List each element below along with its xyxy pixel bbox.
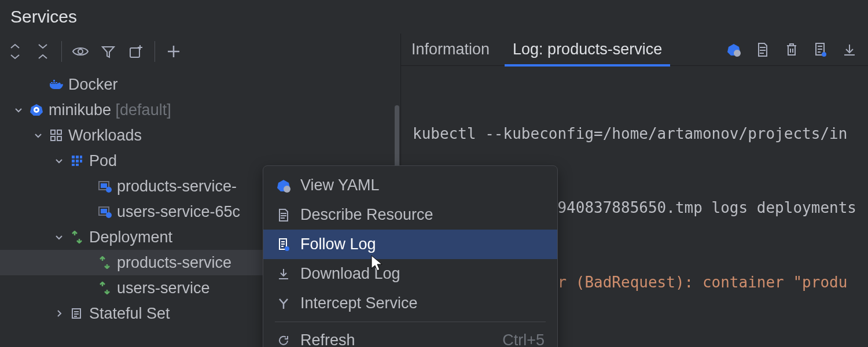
pod-instance-icon	[97, 179, 112, 194]
svg-point-25	[734, 50, 741, 57]
chevron-down-icon[interactable]	[13, 104, 24, 116]
tree-label: Deployment	[89, 228, 172, 246]
deployment-instance-icon	[97, 255, 112, 270]
svg-point-4	[35, 109, 38, 111]
menu-separator	[275, 322, 546, 322]
deployment-instance-icon	[97, 280, 112, 296]
menu-label: Download Log	[300, 265, 400, 283]
menu-label: Refresh	[300, 331, 355, 347]
svg-rect-15	[72, 164, 75, 166]
svg-point-29	[284, 186, 290, 193]
svg-rect-1	[130, 48, 139, 57]
kubernetes-icon	[29, 102, 44, 117]
svg-rect-18	[101, 183, 107, 188]
tree-label: Stateful Set	[89, 305, 170, 323]
svg-rect-10	[76, 156, 79, 158]
collapse-icon[interactable]	[34, 42, 52, 61]
menu-view-yaml[interactable]: View YAML	[263, 171, 557, 200]
svg-rect-7	[51, 136, 55, 141]
add-icon[interactable]	[164, 42, 183, 61]
tree-item-workloads[interactable]: Workloads	[0, 123, 400, 148]
tab-information[interactable]: Information	[411, 34, 490, 65]
toolbar-separator	[155, 41, 155, 62]
tree-label: users-service-65c	[117, 203, 240, 221]
tree-label: products-service	[117, 254, 231, 272]
eye-icon[interactable]	[71, 42, 90, 61]
chevron-down-icon[interactable]	[53, 231, 65, 243]
svg-rect-16	[76, 164, 79, 166]
svg-point-19	[106, 187, 112, 193]
document-icon[interactable]	[755, 42, 771, 58]
menu-follow-log[interactable]: Follow Log	[263, 230, 557, 259]
svg-point-27	[822, 52, 826, 57]
download-icon	[276, 267, 291, 282]
svg-point-31	[285, 246, 289, 251]
chevron-down-icon[interactable]	[53, 155, 65, 167]
right-header: Information Log: products-service	[401, 34, 868, 66]
pod-instance-icon	[97, 204, 112, 219]
download-icon[interactable]	[841, 42, 858, 58]
svg-rect-9	[72, 156, 75, 158]
menu-label: View YAML	[300, 176, 380, 194]
tree-label: products-service-	[117, 178, 237, 195]
menu-describe-resource[interactable]: Describe Resource	[263, 200, 557, 230]
tree-label: Workloads	[68, 127, 142, 145]
document-icon	[276, 208, 291, 223]
menu-refresh[interactable]: Refresh Ctrl+5	[263, 326, 557, 347]
chevron-down-icon[interactable]	[32, 130, 44, 141]
menu-label: Describe Resource	[300, 206, 433, 224]
new-window-icon[interactable]	[127, 42, 145, 61]
svg-rect-5	[51, 130, 55, 134]
svg-rect-11	[80, 156, 82, 158]
pod-icon	[69, 153, 84, 168]
tree-label: Pod	[89, 152, 117, 170]
intercept-icon	[276, 296, 291, 311]
tab-log[interactable]: Log: products-service	[513, 34, 662, 65]
filter-icon[interactable]	[99, 42, 117, 61]
menu-download-log[interactable]: Download Log	[263, 259, 557, 289]
svg-rect-21	[101, 209, 107, 213]
svg-rect-13	[76, 160, 79, 163]
log-icon	[276, 237, 291, 252]
menu-intercept-service[interactable]: Intercept Service	[263, 289, 557, 318]
trash-icon[interactable]	[784, 42, 800, 58]
stateful-set-icon	[69, 306, 84, 321]
context-menu: View YAML Describe Resource Follow Log D…	[263, 165, 558, 347]
svg-point-0	[78, 49, 83, 54]
tree-label: minikube [default]	[49, 101, 171, 119]
right-icons	[726, 42, 858, 58]
svg-rect-6	[57, 130, 61, 134]
refresh-icon	[276, 333, 291, 348]
toolbar-separator	[61, 41, 62, 62]
tree-item-docker[interactable]: Docker	[0, 72, 400, 97]
chevron-right-icon[interactable]	[53, 308, 65, 319]
log-icon[interactable]	[812, 42, 829, 58]
menu-label: Follow Log	[300, 235, 376, 253]
tree-label: users-service	[117, 279, 210, 297]
svg-rect-12	[72, 160, 75, 163]
panel-title: Services	[0, 0, 868, 34]
docker-icon	[49, 77, 64, 92]
yaml-icon	[276, 178, 291, 193]
svg-rect-8	[57, 136, 61, 141]
deployment-icon	[69, 230, 84, 245]
tree-item-minikube[interactable]: minikube [default]	[0, 97, 400, 123]
expand-icon[interactable]	[6, 42, 24, 61]
yaml-icon[interactable]	[726, 42, 742, 58]
menu-shortcut: Ctrl+5	[502, 331, 545, 347]
log-line: kubectl --kubeconfig=/home/artamonov/pro…	[413, 121, 856, 146]
menu-label: Intercept Service	[300, 294, 418, 312]
svg-rect-14	[80, 160, 82, 163]
tree-label: Docker	[68, 76, 118, 94]
svg-point-22	[106, 212, 112, 218]
grid-icon	[49, 128, 64, 143]
toolbar	[0, 34, 400, 69]
